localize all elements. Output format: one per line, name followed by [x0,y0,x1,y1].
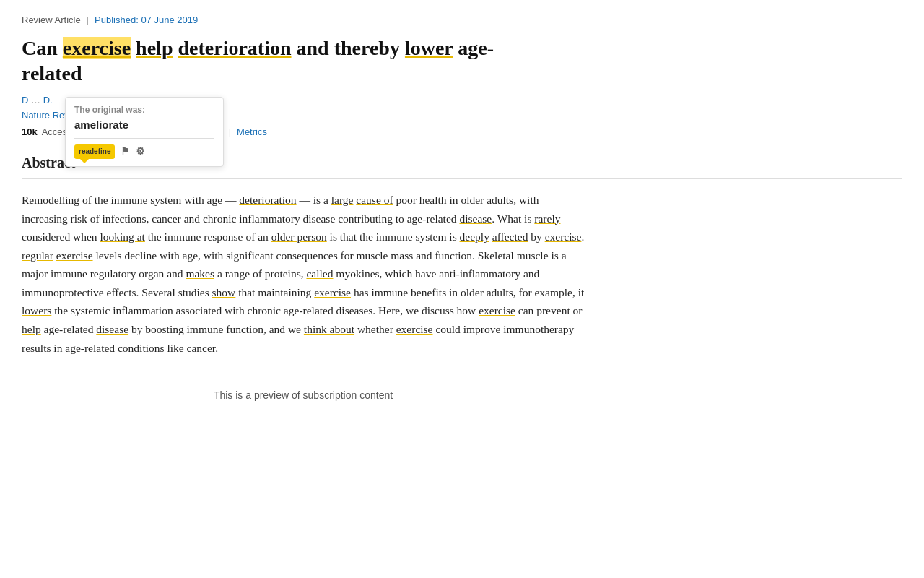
abstract-section: Abstract Remodelling of the immune syste… [22,155,902,357]
tooltip-actions: readefine ⚑ ⚙ [74,144,214,160]
abstract-word-looking-at[interactable]: looking at [100,230,144,243]
abstract-word-deeply[interactable]: deeply [460,230,489,243]
abstract-word-exercise2[interactable]: exercise [56,249,93,262]
author-link-d[interactable]: D [22,95,28,105]
abstract-text: Remodelling of the immune system with ag… [22,191,585,357]
abstract-word-results[interactable]: results [22,342,51,354]
abstract-word-exercise3[interactable]: exercise [314,286,351,298]
flag-icon[interactable]: ⚑ [121,145,130,158]
abstract-word-help[interactable]: help [22,323,41,335]
tooltip-original-label: The original was: [74,105,214,116]
readefine-logo[interactable]: readefine [74,144,115,160]
preview-notice-text: This is a preview of subscription conten… [214,389,393,401]
abstract-word-disease2[interactable]: disease [96,323,128,335]
metrics-link[interactable]: Metrics [237,126,267,137]
abstract-word-large[interactable]: large [331,194,354,206]
tooltip-original-word: ameliorate [74,118,214,139]
published-date-link[interactable]: Published: 07 June 2019 [95,14,198,25]
title-word-deterioration[interactable]: deterioration [178,37,291,59]
abstract-divider [22,178,902,179]
abstract-word-lowers[interactable]: lowers [22,304,51,316]
preview-notice: This is a preview of subscription conten… [22,379,585,401]
abstract-word-think-about[interactable]: think about [304,323,354,335]
article-type: Review Article [22,14,81,25]
title-tooltip-container: Can exercise help deterioration and ther… [22,35,494,86]
title-word-help[interactable]: help [136,37,173,59]
title-word-related: related [22,62,82,85]
abstract-word-show[interactable]: show [212,286,236,298]
title-word-lower[interactable]: lower [405,37,453,59]
abstract-word-exercise5[interactable]: exercise [396,323,433,335]
abstract-word-affected[interactable]: affected [492,230,528,243]
abstract-word-rarely[interactable]: rarely [534,212,560,225]
abstract-word-regular[interactable]: regular [22,249,53,262]
abstract-word-exercise1[interactable]: exercise [545,230,582,243]
abstract-word-cause-of[interactable]: cause of [356,194,393,206]
abstract-word-called[interactable]: called [306,267,333,280]
accesses-count: 10k [22,126,38,137]
abstract-word-older-person[interactable]: older person [271,230,327,243]
abstract-word-deterioration[interactable]: deterioration [239,194,296,206]
abstract-word-exercise4[interactable]: exercise [479,304,515,316]
abstract-word-makes[interactable]: makes [186,267,214,280]
author-link-d2[interactable]: D. [43,95,53,105]
article-title: Can exercise help deterioration and ther… [22,35,592,86]
gear-icon[interactable]: ⚙ [136,145,145,158]
article-meta: Review Article | Published: 07 June 2019 [22,14,902,25]
abstract-word-like[interactable]: like [167,342,183,354]
abstract-word-disease1[interactable]: disease [459,212,492,225]
title-word-exercise[interactable]: exercise [63,37,131,59]
word-tooltip-popup: The original was: ameliorate readefine ⚑… [65,97,224,167]
